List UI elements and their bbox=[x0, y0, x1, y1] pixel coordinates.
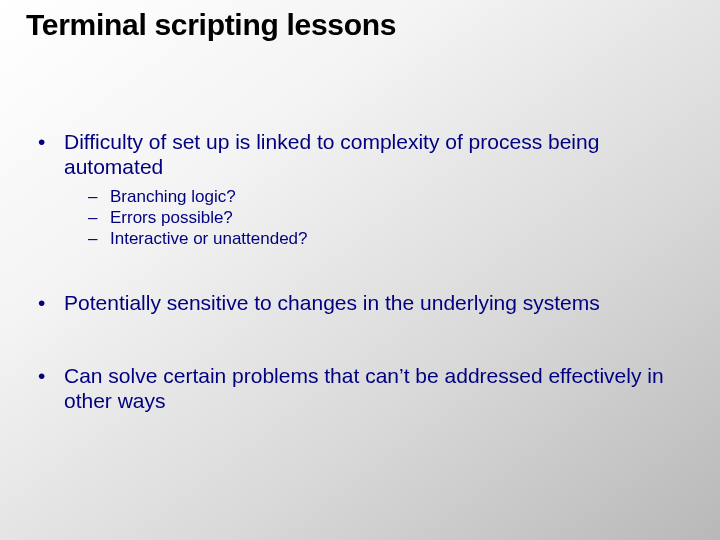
bullet-text: Potentially sensitive to changes in the … bbox=[64, 291, 700, 316]
dash-icon: – bbox=[88, 207, 110, 228]
bullet-level1: • Difficulty of set up is linked to comp… bbox=[38, 130, 700, 180]
sub-bullets: – Branching logic? – Errors possible? – … bbox=[88, 186, 700, 250]
sub-bullet-text: Errors possible? bbox=[110, 207, 233, 228]
bullet-icon: • bbox=[38, 364, 64, 414]
bullet-level1: • Potentially sensitive to changes in th… bbox=[38, 291, 700, 316]
dash-icon: – bbox=[88, 186, 110, 207]
bullet-icon: • bbox=[38, 291, 64, 316]
slide-title: Terminal scripting lessons bbox=[26, 8, 700, 42]
bullet-text: Can solve certain problems that can’t be… bbox=[64, 364, 700, 414]
sub-bullet-text: Interactive or unattended? bbox=[110, 228, 308, 249]
bullet-text: Difficulty of set up is linked to comple… bbox=[64, 130, 700, 180]
bullet-icon: • bbox=[38, 130, 64, 180]
sub-bullet-text: Branching logic? bbox=[110, 186, 236, 207]
dash-icon: – bbox=[88, 228, 110, 249]
bullet-level2: – Interactive or unattended? bbox=[88, 228, 700, 249]
slide-body: • Difficulty of set up is linked to comp… bbox=[38, 130, 700, 414]
slide: Terminal scripting lessons • Difficulty … bbox=[0, 0, 720, 540]
bullet-level2: – Branching logic? bbox=[88, 186, 700, 207]
bullet-level1: • Can solve certain problems that can’t … bbox=[38, 364, 700, 414]
bullet-level2: – Errors possible? bbox=[88, 207, 700, 228]
